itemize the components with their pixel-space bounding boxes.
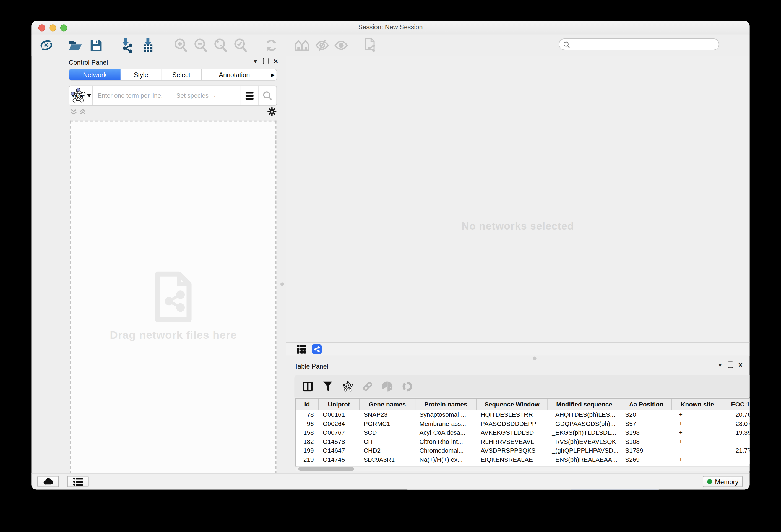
string-options-menu-icon[interactable] — [241, 92, 258, 99]
expand-all-icon[interactable] — [70, 109, 77, 116]
float-panel-icon[interactable]: ▼ — [253, 58, 258, 64]
control-panel-title: Control Panel — [69, 59, 108, 66]
cell-protein-names: Acyl-CoA desa... — [415, 428, 477, 437]
cloud-button[interactable] — [37, 476, 58, 487]
status-bar: Memory — [31, 473, 749, 489]
close-panel-icon[interactable]: × — [274, 58, 278, 64]
table-row[interactable]: 158 O00767 SCD Acyl-CoA desa... AVKEKGST… — [296, 428, 750, 437]
cell-protein-names: Citron Rho-int... — [415, 437, 477, 446]
cell-uniprot: O00767 — [319, 428, 360, 437]
cell-aa-position: S1789 — [621, 446, 672, 455]
table-toolbar: 791 rows Omics Visualizer Table 1 × — [294, 375, 749, 397]
undock-panel-icon[interactable] — [263, 58, 269, 64]
col-header-gene-names[interactable]: Gene names — [360, 399, 415, 410]
string-term-input[interactable] — [96, 91, 174, 99]
global-search-field[interactable] — [559, 38, 719, 50]
string-query-bar: STRING Set species → — [69, 86, 277, 106]
chevron-down-icon — [87, 94, 91, 97]
col-header-id[interactable]: id — [296, 399, 319, 410]
hide-details-eye-slash-icon — [315, 38, 329, 52]
col-header-known-site[interactable]: Known site — [672, 399, 724, 410]
app-window: Session: New Session — [31, 21, 749, 490]
close-panel-icon[interactable]: × — [738, 362, 743, 367]
network-view-icon[interactable] — [312, 344, 322, 354]
cell-aa-position: S198 — [621, 428, 672, 437]
pie-chart-icon — [381, 380, 394, 393]
col-header-sequence-window[interactable]: Sequence Window — [477, 399, 548, 410]
string-search-button[interactable] — [258, 91, 277, 100]
cell-eoc1 — [723, 455, 749, 464]
cell-modified-sequence: _GDQPAASGDS(ph)... — [548, 419, 621, 428]
network-file-drop-zone[interactable]: Drag network files here — [70, 121, 277, 484]
donut-chart-icon — [401, 380, 414, 393]
table-row[interactable]: 78 O00161 SNAP23 Synaptosomal-... HQITDE… — [296, 410, 750, 419]
cell-uniprot: O00161 — [319, 410, 360, 419]
col-header-eoc1[interactable]: EOC 1 — [723, 399, 749, 410]
cell-modified-sequence: _RVS(ph)EVEAVLSQK_ — [548, 437, 621, 446]
cell-gene-names: SNAP23 — [360, 410, 415, 419]
table-header-row[interactable]: id Uniprot Gene names Protein names Sequ… — [296, 399, 750, 410]
table-panel-title: Table Panel — [294, 363, 328, 370]
open-session-button[interactable] — [68, 38, 82, 52]
network-file-icon — [152, 271, 195, 323]
col-header-protein-names[interactable]: Protein names — [415, 399, 477, 410]
import-table-button[interactable] — [141, 38, 155, 52]
cell-known-site: + — [672, 428, 724, 437]
col-header-modified-sequence[interactable]: Modified sequence — [548, 399, 621, 410]
undock-panel-icon[interactable] — [728, 362, 733, 368]
cell-uniprot: O14745 — [319, 455, 360, 464]
task-history-button[interactable] — [67, 476, 88, 487]
string-protein-query-menu[interactable]: STRING — [69, 88, 92, 104]
network-canvas[interactable]: No networks selected — [286, 56, 750, 342]
cell-known-site — [672, 446, 724, 455]
table-body: 78 O00161 SNAP23 Synaptosomal-... HQITDE… — [296, 410, 750, 466]
cell-protein-names: Chromodomai... — [415, 446, 477, 455]
table-row[interactable]: 199 O14647 CHD2 Chromodomai... AVSDPRSPP… — [296, 446, 750, 455]
col-header-uniprot[interactable]: Uniprot — [319, 399, 360, 410]
table-horizontal-scrollbar[interactable] — [295, 467, 750, 471]
export-network-document-icon — [362, 38, 378, 52]
collapse-all-icon[interactable] — [79, 109, 86, 116]
more-tabs-arrow-icon[interactable]: ▶ — [268, 69, 277, 80]
list-icon — [73, 478, 83, 486]
cell-aa-position: S108 — [621, 437, 672, 446]
cell-modified-sequence: _ENS(ph)REALAEAA... — [548, 455, 621, 464]
cell-known-site: + — [672, 410, 724, 419]
cell-uniprot: O14578 — [319, 437, 360, 446]
filter-rows-button[interactable] — [321, 380, 334, 393]
tab-style[interactable]: Style — [121, 69, 162, 80]
show-columns-button[interactable] — [301, 380, 315, 393]
cell-protein-names: Membrane-ass... — [415, 419, 477, 428]
zoom-fit-icon — [214, 38, 228, 52]
table-row[interactable]: 219 O14745 SLC9A3R1 Na(+)/H(+) ex... EIQ… — [296, 455, 750, 464]
string-network-button[interactable] — [341, 380, 354, 393]
table-row[interactable]: 96 O00264 PGRMC1 Membrane-ass... PAASGDS… — [296, 419, 750, 428]
zoom-selected-icon — [234, 38, 248, 52]
save-session-button[interactable] — [89, 38, 103, 52]
memory-button[interactable]: Memory — [703, 476, 743, 487]
network-options-gear-icon[interactable] — [268, 107, 276, 118]
cell-gene-names: CIT — [360, 437, 415, 446]
title-bar[interactable]: Session: New Session — [31, 21, 749, 35]
global-search-input[interactable] — [572, 40, 714, 48]
vertical-splitter-handle[interactable] — [280, 282, 284, 286]
cell-eoc1 — [723, 437, 749, 446]
cell-sequence-window: AVKEKGSTLDLSD — [477, 428, 548, 437]
tab-network[interactable]: Network — [69, 69, 121, 80]
scrollbar-thumb[interactable] — [298, 467, 354, 470]
cell-protein-names: Na(+)/H(+) ex... — [415, 455, 477, 464]
col-header-aa-position[interactable]: Aa Position — [621, 399, 672, 410]
set-species-hint[interactable]: Set species → — [174, 92, 241, 99]
horizontal-splitter-handle[interactable] — [533, 357, 537, 360]
link-table-icon — [361, 380, 374, 393]
table-row[interactable]: 182 O14578 CIT Citron Rho-int... RLHRRVS… — [296, 437, 750, 446]
divider — [329, 343, 329, 355]
float-panel-icon[interactable]: ▼ — [717, 362, 723, 368]
cell-known-site: + — [672, 419, 724, 428]
grid-view-icon[interactable] — [297, 344, 305, 353]
tab-select[interactable]: Select — [162, 69, 202, 80]
cell-id: 158 — [296, 428, 319, 437]
import-network-button[interactable] — [120, 38, 134, 52]
tab-annotation[interactable]: Annotation — [202, 69, 268, 80]
zoom-out-icon — [194, 38, 208, 52]
